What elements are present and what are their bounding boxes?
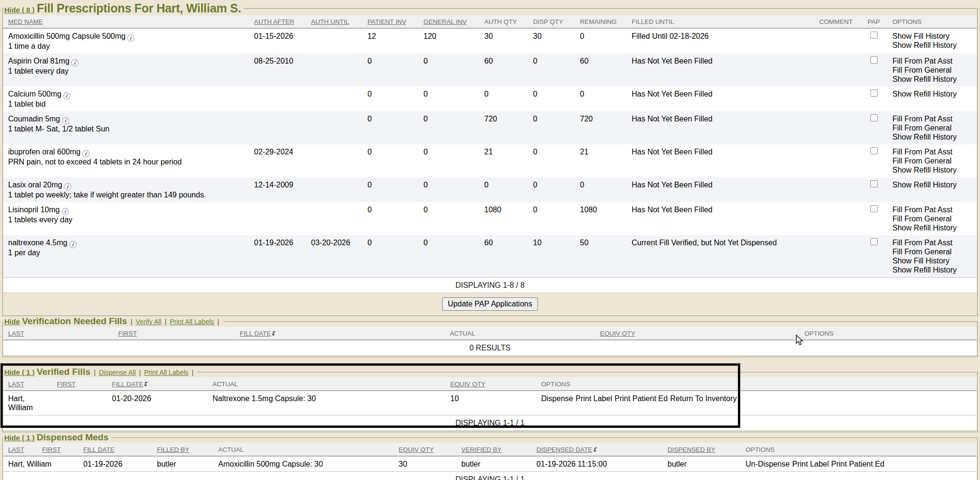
pap-checkbox[interactable] (870, 89, 878, 97)
col-last[interactable]: LAST (8, 446, 24, 453)
info-icon[interactable] (61, 117, 69, 125)
option-show-refill-history[interactable]: Show Refill History (892, 89, 973, 98)
pap-checkbox[interactable] (870, 180, 878, 187)
print-patient-ed-link[interactable]: Print Patient Ed (831, 460, 884, 468)
empty-results-row: 0 RESULTS (3, 340, 977, 356)
option-show-refill-history[interactable]: Show Refill History (892, 41, 973, 50)
option-show-refill-history[interactable]: Show Refill History (892, 223, 973, 232)
disp-qty-cell: 0 (529, 87, 576, 111)
col-first[interactable]: FIRST (42, 446, 61, 453)
col-general-inv[interactable]: GENERAL INV (423, 18, 467, 25)
pap-checkbox[interactable] (870, 205, 878, 212)
option-fill-from-general[interactable]: Fill From General (892, 65, 973, 75)
med-name: Amoxicillin 500mg Capsule 500mg (8, 32, 125, 40)
col-fill-date[interactable]: FILL DATE (112, 381, 143, 388)
disp-qty-cell: 0 (529, 177, 576, 202)
col-equiv-qty[interactable]: EQUIV QTY (399, 446, 434, 453)
col-med-name[interactable]: MED NAME (8, 18, 43, 25)
sort-descending-icon: ↴ (144, 380, 149, 388)
col-filled-by[interactable]: FILLED BY (157, 446, 189, 453)
print-label-link[interactable]: Print Label (792, 460, 829, 468)
section-title: Dispensed Meds (37, 432, 109, 442)
med-name: Lasix oral 20mg (8, 181, 62, 189)
info-icon[interactable] (127, 34, 135, 42)
verified-by-cell: butler (457, 456, 533, 472)
section-header-verified-fills: Hide ( 1 ) Verified Fills | Dispense All… (3, 367, 198, 377)
info-icon[interactable] (71, 59, 79, 67)
col-last[interactable]: LAST (8, 381, 24, 388)
option-show-refill-history[interactable]: Show Refill History (892, 132, 973, 142)
pap-checkbox[interactable] (870, 238, 878, 245)
info-icon[interactable] (61, 207, 69, 216)
col-actual: ACTUAL (218, 446, 244, 453)
pap-checkbox[interactable] (870, 32, 878, 39)
verified-fills-wrapper: Hide ( 1 ) Verified Fills | Dispense All… (0, 367, 980, 432)
disp-qty-cell: 0 (529, 54, 576, 87)
option-fill-from-pat-asst[interactable]: Fill From Pat Asst (892, 205, 973, 214)
un-dispense-link[interactable]: Un-Dispense (746, 460, 790, 468)
option-show-refill-history[interactable]: Show Refill History (892, 75, 973, 84)
col-options: OPTIONS (892, 18, 922, 25)
option-fill-from-pat-asst[interactable]: Fill From Pat Asst (892, 56, 973, 65)
pap-checkbox[interactable] (870, 114, 878, 121)
print-all-labels-link[interactable]: Print All Labels (144, 369, 189, 376)
option-fill-from-pat-asst[interactable]: Fill From Pat Asst (892, 238, 973, 247)
filled-until-cell: Has Not Yet Been Filled (628, 202, 815, 235)
option-fill-from-pat-asst[interactable]: Fill From Pat Asst (892, 114, 973, 123)
hide-verified-fills-link[interactable]: Hide ( 1 ) (4, 368, 34, 376)
update-pap-applications-button[interactable]: Update PAP Applications (442, 297, 538, 311)
option-fill-from-general[interactable]: Fill From General (892, 156, 973, 165)
option-show-fill-history[interactable]: Show Fill History (892, 256, 973, 265)
auth-until-cell (307, 87, 364, 111)
col-fill-date[interactable]: FILL DATE (240, 330, 271, 337)
hide-fill-prescriptions-link[interactable]: Hide ( 8 ) (4, 6, 34, 14)
info-icon[interactable] (63, 92, 71, 100)
prescriptions-table: MED NAME AUTH AFTER AUTH UNTIL PATIENT I… (3, 15, 977, 293)
col-auth-until[interactable]: AUTH UNTIL (311, 18, 349, 25)
col-dispensed-date[interactable]: DISPENSED DATE (536, 446, 592, 453)
option-fill-from-pat-asst[interactable]: Fill From Pat Asst (892, 147, 973, 156)
patient-inv-cell: 12 (364, 28, 420, 54)
col-equiv-qty[interactable]: EQUIV QTY (600, 330, 635, 337)
hide-dispensed-meds-link[interactable]: Hide ( 1 ) (4, 434, 34, 442)
col-verified-by[interactable]: VERIFIED BY (461, 446, 501, 453)
col-last[interactable]: LAST (8, 330, 24, 337)
section-dispensed-meds: Hide ( 1 ) Dispensed Meds LAST FIRST FIL… (2, 432, 978, 480)
option-fill-from-general[interactable]: Fill From General (892, 214, 973, 223)
dispense-link[interactable]: Dispense (541, 394, 573, 403)
return-to-inventory-link[interactable]: Return To Inventory (670, 394, 736, 403)
section-header-fill-prescriptions: Hide ( 8 ) Fill Prescriptions For Hart, … (3, 1, 244, 15)
patient-inv-cell: 0 (364, 202, 420, 235)
option-fill-from-general[interactable]: Fill From General (892, 123, 973, 132)
print-all-labels-link[interactable]: Print All Labels (170, 318, 214, 326)
option-show-refill-history[interactable]: Show Refill History (892, 165, 973, 175)
pap-checkbox[interactable] (870, 147, 878, 154)
patient-inv-cell: 0 (364, 54, 420, 87)
section-title: Verification Needed Fills (22, 316, 127, 326)
remaining-cell: 1080 (576, 202, 628, 235)
info-icon[interactable] (64, 183, 72, 191)
hide-verification-needed-link[interactable]: Hide (4, 317, 20, 326)
col-equiv-qty[interactable]: EQUIV QTY (450, 381, 486, 388)
col-first[interactable]: FIRST (118, 330, 137, 337)
option-show-fill-history[interactable]: Show Fill History (892, 32, 973, 41)
col-auth-after[interactable]: AUTH AFTER (254, 18, 294, 25)
pap-checkbox[interactable] (870, 56, 878, 64)
print-label-link[interactable]: Print Label (576, 394, 612, 403)
dispensed-header-row: LAST FIRST FILL DATE FILLED BY ACTUAL EQ… (3, 443, 977, 456)
info-icon[interactable] (68, 240, 77, 249)
print-patient-ed-link[interactable]: Print Patient Ed (614, 394, 668, 403)
col-dispensed-by[interactable]: DISPENSED BY (668, 446, 715, 453)
option-show-refill-history[interactable]: Show Refill History (892, 180, 973, 189)
dispense-all-link[interactable]: Dispense All (99, 369, 136, 376)
verify-all-link[interactable]: Verify All (136, 318, 162, 326)
option-fill-from-general[interactable]: Fill From General (892, 247, 973, 256)
med-name: Aspirin Oral 81mg (8, 57, 69, 65)
filled-until-cell: Has Not Yet Been Filled (628, 54, 815, 87)
info-icon[interactable] (82, 150, 90, 158)
section-fill-prescriptions: Hide ( 8 ) Fill Prescriptions For Hart, … (2, 1, 978, 316)
option-show-refill-history[interactable]: Show Refill History (892, 265, 973, 274)
col-patient-inv[interactable]: PATIENT INV (368, 18, 406, 25)
col-fill-date[interactable]: FILL DATE (83, 446, 114, 453)
col-first[interactable]: FIRST (57, 381, 76, 388)
